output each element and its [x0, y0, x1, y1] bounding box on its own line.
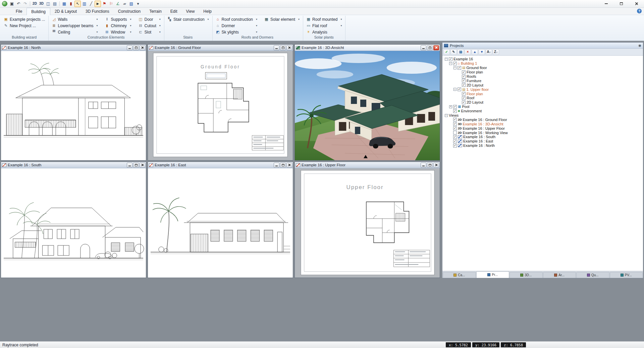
window-maximize-button[interactable]: [427, 163, 433, 168]
dropdown-arrow-icon[interactable]: ▾: [339, 18, 342, 21]
menu-tab-construction[interactable]: Construction: [114, 8, 145, 15]
dropdown-arrow-icon[interactable]: ▾: [254, 24, 257, 27]
tree-item-label[interactable]: Example 16 : Upper Floor: [463, 126, 505, 130]
tree-checkbox[interactable]: ✓: [453, 109, 457, 113]
delete-icon[interactable]: ×: [465, 49, 471, 55]
ribbon-item-solar-element[interactable]: ▦Solar element▾: [263, 16, 300, 22]
sort-ascending-icon[interactable]: A↓: [486, 49, 492, 55]
tree-expander-icon[interactable]: −: [445, 114, 448, 117]
dropdown-arrow-icon[interactable]: ▾: [254, 18, 257, 21]
dropdown-arrow-icon[interactable]: ▾: [128, 31, 131, 34]
3d-render-view[interactable]: [295, 51, 440, 160]
tree-item-label[interactable]: 1. Upper floor: [466, 88, 489, 92]
eraser-icon[interactable]: ▰: [121, 1, 128, 7]
tree-checkbox[interactable]: ✓: [462, 79, 466, 82]
dropdown-arrow-icon[interactable]: ▾: [95, 31, 98, 34]
tree-item-label[interactable]: Environment: [461, 109, 482, 113]
ribbon-item-supports[interactable]: ‖Supports▾: [104, 16, 132, 22]
dropdown-arrow-icon[interactable]: ▾: [158, 24, 161, 27]
dropdown-arrow-icon[interactable]: ▾: [95, 18, 98, 21]
menu-tab-terrain[interactable]: Terrain: [145, 8, 166, 15]
menu-tab-file[interactable]: File: [11, 8, 26, 15]
plan-sheet-ground-floor[interactable]: Ground Floor: [148, 51, 293, 160]
tree-checkbox[interactable]: ✓: [449, 57, 452, 61]
window-close-button[interactable]: [140, 163, 145, 168]
ribbon-item-roof-mounted[interactable]: ▦Roof mounted▾: [305, 16, 342, 22]
ribbon-item-flat-roof[interactable]: ▭Flat roof▾: [305, 22, 342, 29]
ribbon-item-cutout[interactable]: ⊟Cutout▾: [138, 22, 161, 29]
tree-item-label[interactable]: Furniture: [467, 79, 481, 83]
panel-tab-catalog[interactable]: Ca...: [443, 272, 476, 278]
tree-item-label[interactable]: Pool: [462, 105, 469, 109]
render-icon[interactable]: ▮: [68, 1, 74, 7]
dropdown-arrow-icon[interactable]: ▾: [254, 31, 257, 34]
app-close-button[interactable]: [629, 0, 644, 7]
window-maximize-button[interactable]: [133, 45, 139, 50]
menu-tab-edit[interactable]: Edit: [166, 8, 182, 15]
tree-item-label[interactable]: 2D Layout: [467, 100, 483, 104]
move-down-icon[interactable]: ▼: [479, 49, 485, 55]
window-titlebar[interactable]: Example 16 : East: [148, 162, 293, 168]
tree-checkbox[interactable]: ✓: [458, 66, 461, 70]
tree-item-label[interactable]: Ground floor: [466, 66, 487, 70]
tree-item-label[interactable]: Roofs: [467, 74, 476, 78]
window-minimize-button[interactable]: [274, 45, 279, 50]
panel-tab-quantities[interactable]: Qu...: [576, 272, 609, 278]
window-minimize-button[interactable]: [127, 45, 132, 50]
tree-item-label[interactable]: Example 16 : Working View: [463, 131, 508, 135]
tree-item-label[interactable]: Example 16: [453, 57, 473, 61]
window-close-button[interactable]: [433, 45, 439, 50]
window-titlebar[interactable]: Example 16 : 3D-Ansicht: [295, 45, 440, 51]
window-titlebar[interactable]: Example 16 : Ground Floor: [148, 45, 293, 51]
redo-icon[interactable]: ↷: [22, 1, 29, 7]
tree-checkbox[interactable]: ✓: [462, 75, 466, 78]
tree-item-label[interactable]: Example 16 : Ground Floor: [463, 118, 507, 122]
ribbon-item-chimney[interactable]: ▮Chimney▾: [104, 22, 132, 29]
window-minimize-button[interactable]: [127, 163, 132, 168]
ribbon-item-example-projects[interactable]: ▣Example projects ...: [3, 16, 46, 22]
menu-tab-building[interactable]: Building: [26, 8, 50, 15]
tree-item-label[interactable]: Views: [449, 113, 459, 117]
window-maximize-button[interactable]: [427, 45, 433, 50]
menu-tab-help[interactable]: Help: [199, 8, 216, 15]
window-maximize-button[interactable]: [280, 163, 286, 168]
panel-tab-areas[interactable]: Ar...: [543, 272, 576, 278]
undo-icon[interactable]: ↶: [15, 1, 22, 7]
panel-tab-projects[interactable]: Pr...: [476, 271, 509, 278]
window-maximize-button[interactable]: [133, 163, 139, 168]
flag-outline-icon[interactable]: ⚐: [108, 1, 114, 7]
tree-expander-icon[interactable]: −: [445, 58, 448, 61]
confirm-icon[interactable]: ✓: [443, 49, 450, 55]
elevation-drawing-east[interactable]: [148, 168, 293, 278]
window-titlebar[interactable]: Example 16 : North: [1, 45, 146, 51]
dropdown-arrow-icon[interactable]: ▾: [206, 18, 209, 21]
tree-checkbox[interactable]: [453, 131, 457, 134]
ribbon-item-window[interactable]: ⊞Window▾: [104, 29, 132, 35]
dropdown-arrow-icon[interactable]: ▾: [95, 24, 98, 27]
edit-icon[interactable]: ✎: [450, 49, 457, 55]
ribbon-item-analysis[interactable]: ☀Analysis: [305, 29, 342, 35]
plan-sheet-upper-floor[interactable]: Upper Floor: [295, 168, 440, 278]
window-titlebar[interactable]: Example 16 : Upper Floor: [295, 162, 440, 168]
ribbon-item-dormer[interactable]: ⌂Dormer▾: [215, 22, 258, 29]
tree-checkbox[interactable]: ✓: [462, 92, 466, 96]
tree-checkbox[interactable]: ✓: [453, 62, 457, 65]
app-maximize-button[interactable]: [614, 0, 629, 7]
move-up-icon[interactable]: ▲: [472, 49, 478, 55]
select-tool-icon[interactable]: ↖: [74, 1, 81, 7]
window-minimize-button[interactable]: [274, 163, 279, 168]
app-logo[interactable]: [1, 1, 8, 7]
tile-horizontal-icon[interactable]: ◫: [45, 1, 51, 7]
save-icon[interactable]: ▣: [9, 1, 15, 7]
tree-checkbox[interactable]: ✓: [453, 126, 457, 130]
ribbon-item-door[interactable]: ◫Door▾: [138, 16, 161, 22]
pointer-tool-icon[interactable]: ►: [95, 1, 101, 7]
tree-checkbox[interactable]: ✓: [453, 135, 457, 139]
guides-icon[interactable]: ▥: [81, 1, 88, 7]
menu-tab-view[interactable]: View: [182, 8, 199, 15]
view-2d-button[interactable]: 2D: [32, 1, 38, 7]
grid-icon[interactable]: ▦: [61, 1, 67, 7]
ribbon-item-roof-construction[interactable]: ⌂Roof construction▾: [215, 16, 258, 22]
tree-item-label[interactable]: Roof: [467, 96, 474, 100]
ribbon-item-ceiling[interactable]: ▀Ceiling▾: [51, 29, 98, 35]
